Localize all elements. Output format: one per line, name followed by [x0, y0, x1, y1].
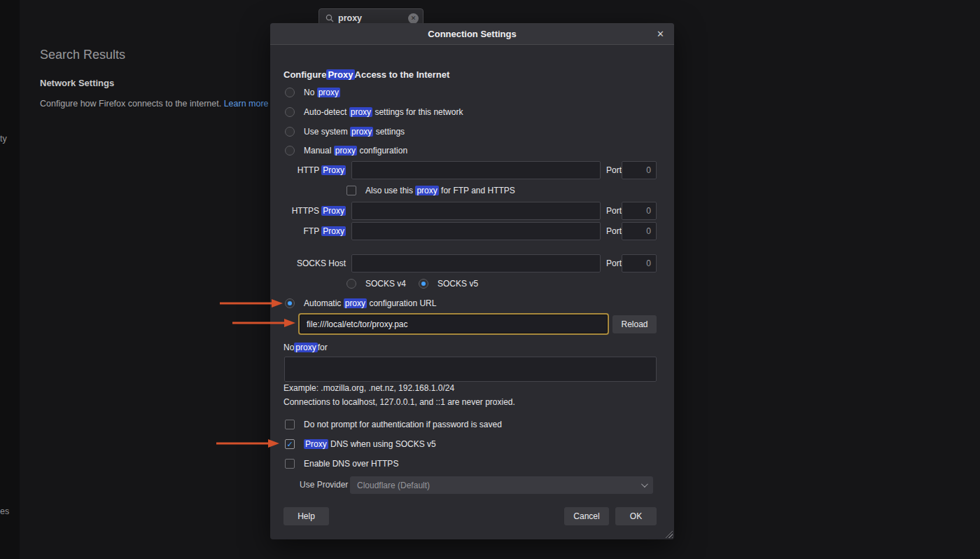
- socks-v4-radio[interactable]: [346, 279, 356, 289]
- no-proxy-for-label: No proxy for: [284, 340, 328, 354]
- reload-button[interactable]: Reload: [612, 315, 657, 333]
- t-hl: proxy: [334, 146, 357, 156]
- no-prompt-auth-checkbox[interactable]: ✓: [285, 420, 295, 429]
- http-proxy-input[interactable]: [351, 161, 601, 179]
- https-port-input[interactable]: [622, 202, 657, 220]
- no-prompt-auth-label: Do not prompt for authentication if pass…: [304, 420, 502, 429]
- https-proxy-input[interactable]: [351, 202, 601, 220]
- t-hl: Proxy: [321, 206, 346, 216]
- radio-row-auto-url[interactable]: Automatic proxy configuration URL: [285, 296, 436, 310]
- t-hl: proxy: [349, 107, 372, 117]
- network-settings-description: Configure how Firefox connects to the in…: [40, 99, 269, 109]
- sidebar-label-fragment-top: ty: [0, 134, 7, 144]
- ftp-proxy-input[interactable]: [351, 222, 601, 240]
- search-input[interactable]: [338, 13, 408, 23]
- ftp-port-input[interactable]: [622, 222, 657, 240]
- t2: configuration: [357, 146, 407, 156]
- learn-more-link[interactable]: Learn more: [224, 99, 269, 109]
- t: HTTPS: [292, 206, 322, 216]
- proxy-dns-label: Proxy DNS when using SOCKS v5: [304, 439, 436, 449]
- socks-host-label: SOCKS Host: [284, 254, 346, 272]
- help-button[interactable]: Help: [284, 507, 329, 525]
- socks-v5-radio[interactable]: [419, 279, 428, 289]
- socks-v5-label: SOCKS v5: [438, 279, 478, 289]
- doh-row[interactable]: ✓ Enable DNS over HTTPS: [285, 457, 398, 471]
- close-icon[interactable]: ✕: [654, 27, 667, 41]
- socks-v4-label: SOCKS v4: [365, 279, 406, 289]
- radio-row-auto-detect[interactable]: Auto-detect proxy settings for this netw…: [285, 105, 463, 119]
- http-proxy-label: HTTP Proxy: [284, 161, 346, 179]
- system-proxy-label: Use system proxy settings: [304, 127, 405, 137]
- cancel-button[interactable]: Cancel: [564, 507, 609, 525]
- ok-button[interactable]: OK: [615, 507, 657, 525]
- t: Auto-detect: [304, 107, 349, 117]
- no-prompt-auth-row[interactable]: ✓ Do not prompt for authentication if pa…: [285, 417, 502, 432]
- t: Also use this: [365, 186, 415, 195]
- socks-version-row: SOCKS v4 SOCKS v5: [346, 277, 478, 291]
- localhost-hint: Connections to localhost, 127.0.0.1, and…: [284, 397, 515, 407]
- search-results-heading: Search Results: [40, 48, 125, 62]
- http-port-label: Port: [606, 161, 622, 179]
- no-proxy-label: No proxy: [304, 88, 340, 97]
- auto-detect-radio[interactable]: [285, 107, 295, 117]
- t: FTP: [304, 226, 322, 236]
- manual-proxy-label: Manual proxy configuration: [304, 146, 407, 156]
- t-hl: Proxy: [321, 226, 346, 236]
- also-use-proxy-checkbox[interactable]: ✓: [346, 186, 356, 195]
- dialog-title: Connection Settings: [428, 29, 516, 39]
- auto-detect-label: Auto-detect proxy settings for this netw…: [304, 107, 463, 117]
- t2: configuration URL: [367, 298, 436, 308]
- manual-proxy-radio[interactable]: [285, 146, 295, 156]
- also-use-proxy-label: Also use this proxy for FTP and HTTPS: [365, 186, 515, 195]
- t-hl: proxy: [317, 88, 340, 97]
- t2: settings: [373, 127, 405, 137]
- sidebar-label-fragment-bottom: es: [0, 506, 9, 516]
- no-proxy-radio[interactable]: [285, 88, 295, 97]
- t-hl: Proxy: [321, 165, 346, 175]
- proxy-config-url-input[interactable]: [300, 315, 608, 333]
- t-hl: proxy: [415, 186, 438, 195]
- resize-grip-icon[interactable]: [664, 529, 673, 538]
- socks-port-label: Port: [606, 254, 622, 272]
- heading-pre: Configure: [284, 69, 326, 80]
- ftp-port-label: Port: [606, 222, 622, 240]
- radio-row-manual-proxy[interactable]: Manual proxy configuration: [285, 144, 407, 158]
- t: Automatic: [304, 298, 344, 308]
- socks-host-input[interactable]: [351, 254, 601, 272]
- auto-url-radio[interactable]: [285, 298, 295, 308]
- t: No: [304, 88, 317, 97]
- heading-post: Access to the Internet: [355, 69, 450, 80]
- socks-port-input[interactable]: [622, 254, 657, 272]
- chevron-down-icon: [641, 481, 648, 488]
- dialog-heading: Configure Proxy Access to the Internet: [284, 67, 449, 81]
- proxy-dns-checkbox[interactable]: ✓: [285, 439, 295, 449]
- https-proxy-label: HTTPS Proxy: [284, 202, 346, 220]
- no-proxy-for-textarea[interactable]: [284, 357, 657, 382]
- radio-row-no-proxy[interactable]: No proxy: [285, 85, 340, 99]
- use-provider-label: Use Provider: [300, 478, 348, 492]
- t: HTTP: [298, 165, 321, 175]
- search-icon: [326, 14, 334, 22]
- connection-settings-dialog: Connection Settings ✕ Configure Proxy Ac…: [270, 23, 674, 539]
- description-text: Configure how Firefox connects to the in…: [40, 99, 224, 109]
- t2: DNS when using SOCKS v5: [328, 439, 436, 449]
- auto-url-label: Automatic proxy configuration URL: [304, 298, 436, 308]
- example-hint: Example: .mozilla.org, .net.nz, 192.168.…: [284, 383, 454, 393]
- t2: settings for this network: [372, 107, 463, 117]
- t-hl: proxy: [350, 127, 373, 137]
- use-provider-value: Cloudflare (Default): [357, 481, 430, 490]
- clear-search-icon[interactable]: ✕: [408, 13, 419, 24]
- http-port-input[interactable]: [622, 161, 657, 179]
- t: Use system: [304, 127, 350, 137]
- system-proxy-radio[interactable]: [285, 127, 295, 137]
- use-provider-dropdown[interactable]: Cloudflare (Default): [350, 476, 653, 494]
- doh-checkbox[interactable]: ✓: [285, 459, 295, 469]
- t2: for FTP and HTTPS: [439, 186, 515, 195]
- t-hl: Proxy: [304, 439, 328, 449]
- t: No: [284, 343, 294, 352]
- dialog-titlebar: Connection Settings ✕: [270, 23, 674, 45]
- radio-row-system-proxy[interactable]: Use system proxy settings: [285, 125, 405, 139]
- t2: for: [318, 343, 328, 352]
- proxy-dns-row[interactable]: ✓ Proxy DNS when using SOCKS v5: [285, 437, 436, 451]
- also-use-proxy-row[interactable]: ✓ Also use this proxy for FTP and HTTPS: [346, 184, 515, 198]
